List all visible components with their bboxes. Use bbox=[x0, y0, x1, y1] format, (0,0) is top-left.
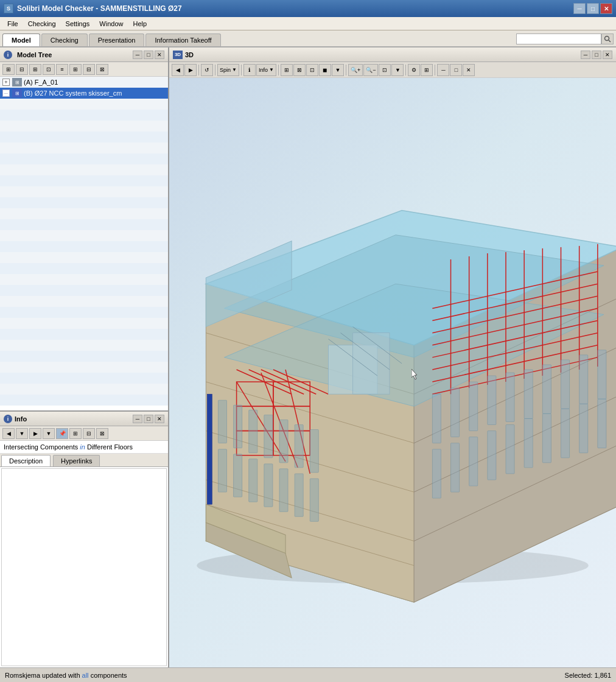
tree-toolbar-btn3[interactable]: ⊞ bbox=[29, 64, 41, 75]
menu-settings[interactable]: Settings bbox=[61, 19, 95, 29]
view-toolbar: ◀ ▶ ↺ Spin ▼ ℹ Info ▼ ⊞ ⊠ ⊡ ◼ ▼ 🔍+ 🔍− ⊡ … bbox=[169, 62, 616, 78]
tree-icon-b: ⊞ bbox=[12, 89, 22, 97]
svg-rect-39 bbox=[469, 382, 478, 431]
tab-presentation[interactable]: Presentation bbox=[89, 33, 145, 46]
info-forward-dropdown[interactable]: ▼ bbox=[43, 428, 55, 439]
svg-rect-37 bbox=[432, 394, 441, 443]
view-header: 3D 3D ─ □ ✕ bbox=[169, 47, 616, 62]
maximize-button[interactable]: □ bbox=[587, 3, 599, 14]
title-bar-left: S Solibri Model Checker - SAMMENSTILLING… bbox=[4, 4, 182, 13]
viewport-3d[interactable] bbox=[169, 78, 616, 667]
view-zoom-in[interactable]: 🔍+ bbox=[348, 64, 363, 76]
minimize-button[interactable]: ─ bbox=[573, 3, 586, 14]
info-tab-hyperlinks[interactable]: Hyperlinks bbox=[53, 455, 100, 466]
search-input[interactable] bbox=[516, 33, 601, 44]
main-content: i Model Tree ─ □ ✕ ⊞ ⊟ ⊞ ⊡ ≡ ⊞ ⊟ ⊠ bbox=[0, 47, 616, 667]
view-wireframe[interactable]: ⊡ bbox=[306, 64, 318, 76]
tree-expand-b[interactable]: ─ bbox=[2, 90, 10, 97]
svg-rect-53 bbox=[542, 413, 551, 462]
tree-toolbar-btn7[interactable]: ⊟ bbox=[83, 64, 95, 75]
info-highlight-word: in bbox=[80, 443, 85, 451]
status-bar: Romskjema updated with all components Se… bbox=[0, 667, 616, 682]
tree-item-a[interactable]: + ⊞ (A) F_A_01 bbox=[0, 77, 168, 88]
view-max-btn[interactable]: □ bbox=[450, 64, 462, 76]
view-header-controls: ─ □ ✕ bbox=[581, 51, 612, 59]
svg-rect-44 bbox=[561, 360, 570, 409]
view-back[interactable]: ◀ bbox=[172, 64, 184, 76]
tree-toolbar-btn2[interactable]: ⊟ bbox=[16, 64, 28, 75]
close-button[interactable]: ✕ bbox=[600, 3, 612, 14]
status-highlight: all bbox=[82, 672, 89, 679]
app-icon: S bbox=[4, 4, 13, 13]
model-tree-close[interactable]: ✕ bbox=[155, 51, 164, 59]
tree-empty-rows bbox=[0, 99, 168, 406]
search-button[interactable] bbox=[601, 33, 614, 44]
view-fit-all[interactable]: ⊞ bbox=[281, 64, 293, 76]
view-fit-select[interactable]: ⊠ bbox=[293, 64, 306, 76]
svg-rect-46 bbox=[598, 350, 606, 399]
menu-bar: File Checking Settings Window Help bbox=[0, 17, 616, 30]
tree-toolbar-btn8[interactable]: ⊠ bbox=[96, 64, 108, 75]
view-maximize[interactable]: □ bbox=[592, 51, 601, 59]
view-render-dropdown[interactable]: ▼ bbox=[332, 64, 344, 76]
view-zoom-out[interactable]: 🔍− bbox=[363, 64, 378, 76]
menu-file[interactable]: File bbox=[2, 19, 23, 29]
window-title: Solibri Model Checker - SAMMENSTILLING Ø… bbox=[17, 4, 182, 13]
svg-rect-62 bbox=[295, 424, 303, 467]
model-tree-minimize[interactable]: ─ bbox=[133, 51, 142, 59]
info-pin[interactable]: 📌 bbox=[56, 428, 68, 439]
view-min-btn[interactable]: ─ bbox=[437, 64, 449, 76]
view-settings-2[interactable]: ⊞ bbox=[421, 64, 433, 76]
view-spin-btn[interactable]: Spin ▼ bbox=[217, 64, 239, 76]
menu-checking[interactable]: Checking bbox=[23, 19, 61, 29]
tree-item-b[interactable]: ─ ⊞ (B) Ø27 NCC system skisser_cm bbox=[0, 88, 168, 99]
tree-toolbar-btn5[interactable]: ≡ bbox=[56, 64, 68, 75]
view-info-btn[interactable]: Info ▼ bbox=[256, 64, 276, 76]
svg-rect-59 bbox=[249, 410, 257, 452]
svg-rect-50 bbox=[488, 431, 496, 480]
info-forward[interactable]: ▶ bbox=[29, 428, 41, 439]
info-tab-description[interactable]: Description bbox=[1, 455, 51, 466]
tab-information-takeoff[interactable]: Information Takeoff bbox=[145, 33, 220, 46]
blue-vertical-element bbox=[207, 394, 212, 504]
model-tree-header-controls: ─ □ ✕ bbox=[133, 51, 164, 59]
svg-rect-57 bbox=[218, 400, 226, 443]
info-back-dropdown[interactable]: ▼ bbox=[16, 428, 28, 439]
view-info-icon[interactable]: ℹ bbox=[243, 64, 256, 76]
svg-line-1 bbox=[609, 40, 611, 42]
info-maximize[interactable]: □ bbox=[144, 415, 153, 423]
view-refresh[interactable]: ↺ bbox=[201, 64, 213, 76]
view-separator-5 bbox=[346, 65, 346, 76]
info-back[interactable]: ◀ bbox=[2, 428, 15, 439]
tab-model[interactable]: Model bbox=[2, 33, 40, 46]
view-render[interactable]: ◼ bbox=[319, 64, 331, 76]
spin-dropdown-arrow: ▼ bbox=[232, 67, 237, 72]
status-message: Romskjema updated with all components bbox=[5, 672, 127, 679]
view-close-btn[interactable]: ✕ bbox=[463, 64, 475, 76]
svg-rect-40 bbox=[488, 376, 496, 424]
info-close[interactable]: ✕ bbox=[155, 415, 164, 423]
view-close[interactable]: ✕ bbox=[603, 51, 612, 59]
model-tree-maximize[interactable]: □ bbox=[144, 51, 153, 59]
view-forward[interactable]: ▶ bbox=[184, 64, 197, 76]
view-minimize[interactable]: ─ bbox=[581, 51, 590, 59]
svg-rect-55 bbox=[579, 404, 588, 452]
info-minimize[interactable]: ─ bbox=[133, 415, 142, 423]
info-toolbar-btn2[interactable]: ⊟ bbox=[83, 428, 95, 439]
menu-help[interactable]: Help bbox=[128, 19, 152, 29]
info-toolbar-btn1[interactable]: ⊞ bbox=[69, 428, 82, 439]
view-settings-1[interactable]: ⚙ bbox=[408, 64, 420, 76]
svg-rect-67 bbox=[264, 464, 273, 507]
info-toolbar-btn3[interactable]: ⊠ bbox=[96, 428, 108, 439]
view-zoom-box[interactable]: ⊡ bbox=[379, 64, 391, 76]
info-issue-title: Intersecting Components in Different Flo… bbox=[0, 441, 168, 454]
info-header-title-area: i Info bbox=[4, 415, 27, 423]
view-zoom-dropdown[interactable]: ▼ bbox=[391, 64, 404, 76]
tree-expand-a[interactable]: + bbox=[2, 79, 10, 86]
tree-toolbar-btn4[interactable]: ⊡ bbox=[43, 64, 55, 75]
tree-toolbar-btn6[interactable]: ⊞ bbox=[69, 64, 82, 75]
tab-checking[interactable]: Checking bbox=[41, 33, 88, 46]
model-tree-header: i Model Tree ─ □ ✕ bbox=[0, 47, 168, 62]
tree-toolbar-btn1[interactable]: ⊞ bbox=[2, 64, 15, 75]
menu-window[interactable]: Window bbox=[94, 19, 128, 29]
